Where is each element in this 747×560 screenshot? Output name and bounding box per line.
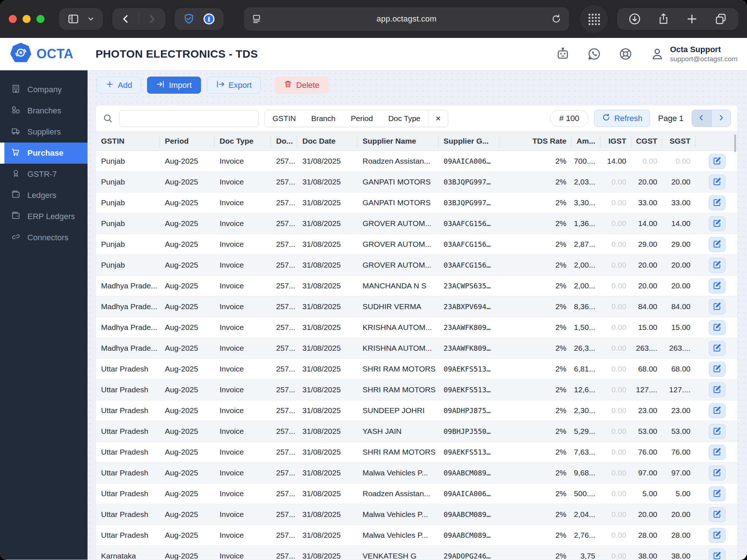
edit-row-button[interactable] — [709, 382, 725, 397]
table-row: Madhya Prade...Aug-2025Invoice257...31/0… — [96, 276, 738, 296]
filter-gstin-button[interactable]: GSTIN — [265, 110, 303, 127]
cell-supplier-gstin: 03AAFCG156… — [438, 240, 499, 249]
edit-row-button[interactable] — [709, 403, 725, 418]
cell-doc-date: 31/08/2025 — [297, 157, 357, 166]
filter-branch-button[interactable]: Branch — [303, 110, 343, 127]
user-menu[interactable]: Octa Support support@octagst.com — [650, 44, 738, 63]
sidebar-item-erp-ledgers[interactable]: ERP Ledgers — [0, 206, 88, 227]
filter-doc-type-button[interactable]: Doc Type — [380, 110, 428, 127]
add-button[interactable]: Add — [97, 77, 141, 94]
edit-row-button[interactable] — [709, 299, 725, 314]
cell-cgst: 20.00 — [631, 261, 662, 269]
table-row: Madhya Prade...Aug-2025Invoice257...31/0… — [96, 296, 738, 317]
sidebar-item-connectors[interactable]: Connectors — [0, 227, 88, 248]
cell-supplier-name: MANCHANDA N S — [357, 281, 438, 290]
close-window-button[interactable] — [9, 15, 17, 23]
sidebar-item-purchase[interactable]: Purchase — [0, 143, 88, 164]
edit-row-button[interactable] — [709, 341, 725, 356]
cell-period: Aug-2025 — [160, 468, 214, 477]
edit-pencil-icon — [712, 447, 721, 457]
edit-row-button[interactable] — [709, 258, 725, 273]
cell-supplier-name: SHRI RAM MOTORS — [357, 365, 438, 373]
whatsapp-icon[interactable] — [587, 47, 601, 61]
edit-row-button[interactable] — [709, 486, 725, 501]
import-button[interactable]: Import — [147, 77, 201, 94]
new-tab-icon[interactable] — [686, 13, 698, 25]
previous-page-button[interactable] — [692, 110, 712, 127]
edit-row-button[interactable] — [709, 549, 725, 560]
edit-row-button[interactable] — [709, 175, 725, 190]
cell-tds-rate: 2% — [499, 448, 572, 456]
downloads-icon[interactable] — [628, 12, 641, 26]
medal-icon — [11, 168, 21, 180]
minimize-window-button[interactable] — [23, 15, 31, 23]
cell-supplier-gstin: 03AAFCG156… — [438, 219, 499, 228]
sidebar-item-label: Branches — [27, 106, 61, 116]
table-row: Uttar PradeshAug-2025Invoice257...31/08/… — [96, 525, 738, 546]
column-header-doc-date: Doc Date — [297, 137, 357, 145]
edit-row-button[interactable] — [709, 320, 725, 335]
edit-row-button[interactable] — [709, 195, 725, 210]
cell-cgst: 20.00 — [631, 178, 662, 186]
delete-button[interactable]: Delete — [275, 77, 329, 94]
sidebar-item-ledgers[interactable]: Ledgers — [0, 185, 88, 206]
help-lifebuoy-icon[interactable] — [618, 47, 633, 61]
sidebar-item-gstr7[interactable]: GSTR-7 — [0, 164, 88, 185]
wallet-icon — [11, 190, 21, 202]
table-row: Madhya Prade...Aug-2025Invoice257...31/0… — [96, 317, 738, 338]
chatbot-icon[interactable] — [556, 47, 570, 61]
cell-doc-no: 257... — [271, 219, 297, 228]
cell-supplier-name: YASH JAIN — [357, 427, 438, 436]
cell-supplier-gstin: 29ADOPG246… — [438, 552, 499, 560]
edit-row-button[interactable] — [709, 528, 725, 543]
cell-amount: 9,68... — [572, 468, 600, 477]
cell-sgst: 20.00 — [662, 261, 696, 269]
cell-tds-rate: 2% — [499, 219, 572, 228]
zoom-window-button[interactable] — [36, 15, 44, 23]
refresh-button[interactable]: Refresh — [594, 110, 650, 127]
edit-row-button[interactable] — [709, 237, 725, 252]
sidebar-item-suppliers[interactable]: Suppliers — [0, 121, 88, 143]
edit-row-button[interactable] — [709, 507, 725, 522]
page-settings-icon[interactable] — [251, 13, 262, 24]
edit-row-button[interactable] — [709, 424, 725, 439]
cell-supplier-name: GROVER AUTOM... — [357, 219, 438, 228]
edit-pencil-icon — [712, 281, 721, 291]
cell-tds-rate: 2% — [499, 261, 572, 269]
url-bar[interactable]: app.octagst.com — [244, 7, 569, 31]
next-page-button[interactable] — [712, 110, 731, 127]
edit-row-button[interactable] — [709, 362, 725, 377]
search-input[interactable] — [119, 110, 259, 127]
cell-supplier-gstin: 09AABCM089… — [438, 531, 499, 540]
adblock-shield-icon[interactable] — [183, 13, 195, 25]
cell-sgst: 127.... — [662, 385, 696, 394]
cell-supplier-gstin: 09AEKFS513… — [438, 386, 499, 394]
cell-gstin-state: Uttar Pradesh — [96, 406, 160, 415]
password-manager-icon[interactable] — [202, 12, 216, 26]
edit-row-button[interactable] — [709, 154, 725, 169]
cell-cgst: 15.00 — [631, 323, 662, 332]
cell-gstin-state: Uttar Pradesh — [96, 531, 160, 540]
cell-amount: 5,29... — [572, 427, 600, 436]
browser-sidebar-toggle-icon[interactable] — [67, 13, 80, 25]
reload-icon[interactable] — [551, 13, 562, 24]
edit-row-button[interactable] — [709, 445, 725, 460]
table-header: GSTIN Period Doc Type Do... Doc Date Sup… — [96, 132, 738, 151]
back-icon[interactable] — [120, 13, 131, 24]
chevron-down-icon[interactable] — [87, 15, 95, 23]
sidebar-item-company[interactable]: Company — [0, 79, 88, 100]
edit-row-button[interactable] — [709, 216, 725, 231]
share-icon[interactable] — [657, 13, 670, 25]
vertical-scrollbar[interactable] — [734, 135, 736, 152]
edit-row-button[interactable] — [709, 279, 725, 293]
cell-supplier-name: Malwa Vehicles P... — [357, 531, 438, 540]
cell-tds-rate: 2% — [499, 427, 572, 436]
forward-icon[interactable] — [146, 13, 157, 24]
tab-overview-icon[interactable] — [714, 12, 727, 26]
extensions-grid-icon[interactable] — [580, 5, 608, 33]
clear-filter-icon[interactable]: × — [428, 110, 448, 127]
sidebar-item-branches[interactable]: Branches — [0, 100, 88, 121]
export-button[interactable]: Export — [207, 77, 261, 94]
filter-period-button[interactable]: Period — [343, 110, 381, 127]
edit-row-button[interactable] — [709, 466, 725, 481]
